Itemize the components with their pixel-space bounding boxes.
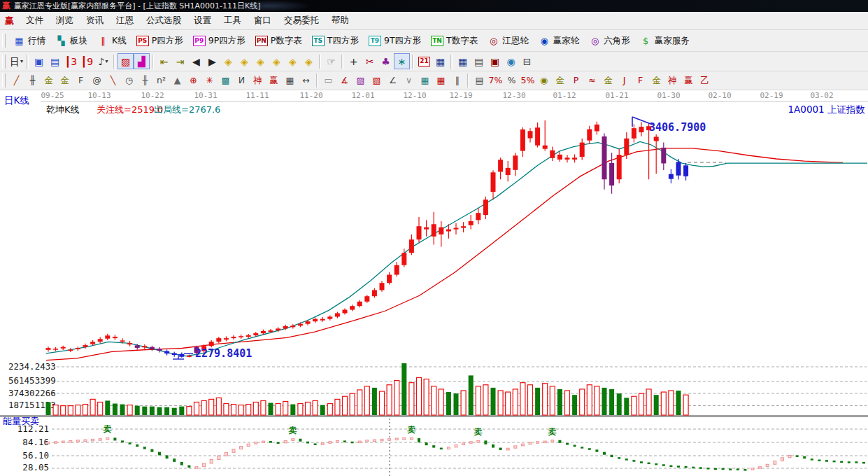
tool-t-square-button[interactable]: TST四方形 xyxy=(307,33,364,49)
tool-p-square-button[interactable]: PSP四方形 xyxy=(131,33,188,49)
period-label[interactable]: 日K线 xyxy=(4,94,29,106)
chart-3-button[interactable]: ┃3 xyxy=(63,53,79,69)
last-bar-button[interactable]: ⇥ xyxy=(172,53,188,69)
note-tool-button[interactable]: ♪▾ xyxy=(95,53,111,69)
prev-bar-button[interactable]: ◀ xyxy=(188,53,204,69)
percent-button[interactable]: % xyxy=(504,74,520,88)
info-panel-button[interactable]: ▤ xyxy=(47,53,63,69)
f-angle-button[interactable]: F xyxy=(632,74,648,88)
grid-box-button[interactable]: ▦ xyxy=(417,74,433,88)
tool-sectors-button[interactable]: ▚板块 xyxy=(50,33,92,49)
z-lines-button[interactable]: 乙 xyxy=(697,74,713,88)
compress-x-button[interactable]: ◈ xyxy=(285,53,301,69)
grid-lines-button[interactable]: ╫ xyxy=(137,74,153,88)
tool-p-number-table-button[interactable]: PNP数字表 xyxy=(250,33,307,49)
toolbar-grip[interactable] xyxy=(2,55,6,69)
red-box-fan-button[interactable]: ▧ xyxy=(369,74,385,88)
mirror-button[interactable]: ▲ xyxy=(169,74,185,88)
red-fan-button[interactable]: ∡ xyxy=(336,74,353,88)
shen-tool-button[interactable]: 神 xyxy=(250,74,266,88)
pencil-button[interactable]: ╱ xyxy=(8,74,24,88)
zoom-window-button[interactable]: ▣ xyxy=(31,53,47,69)
purple-fan-button[interactable]: ▨ xyxy=(353,74,369,88)
gold-levels-button[interactable]: 金 xyxy=(552,74,568,88)
menu-item-文件[interactable]: 文件 xyxy=(20,13,50,28)
spiral-button[interactable]: @ xyxy=(89,74,105,88)
menu-item-帮助[interactable]: 帮助 xyxy=(325,13,355,28)
tool-winner-wheel-button[interactable]: ◉赢家轮 xyxy=(534,33,585,49)
calendar-button[interactable]: 21 xyxy=(416,53,432,69)
n-square-button[interactable]: n² xyxy=(153,74,169,88)
star-web-button[interactable]: ✳ xyxy=(201,74,218,88)
menu-item-公式选股[interactable]: 公式选股 xyxy=(140,13,187,28)
drag-hand-button[interactable]: ☞ xyxy=(323,53,339,69)
notepad-button[interactable]: ▤ xyxy=(471,53,487,69)
menu-item-交易委托[interactable]: 交易委托 xyxy=(278,13,325,28)
crosshair-button[interactable]: + xyxy=(346,53,362,69)
zigzag-button[interactable]: И xyxy=(234,74,250,88)
flag-pen-button[interactable]: P xyxy=(568,74,584,88)
scroll-right-button[interactable]: ◈ xyxy=(236,53,252,69)
toolbar-grip[interactable] xyxy=(2,74,6,88)
zoom-in-x-button[interactable]: ◈ xyxy=(269,53,285,69)
j-angle-button[interactable]: J xyxy=(616,74,632,88)
period-day-dropdown-icon[interactable]: ▾ xyxy=(20,59,23,64)
toolbar-grip[interactable] xyxy=(2,34,6,48)
angle-lines-button[interactable]: ∠ xyxy=(385,74,401,88)
grid-123-button[interactable]: ▦ xyxy=(282,74,298,88)
tool-9t-square-button[interactable]: T99T四方形 xyxy=(364,33,426,49)
menu-item-浏览[interactable]: 浏览 xyxy=(50,13,80,28)
indicator-name-label[interactable]: 能量买卖 xyxy=(3,416,39,426)
gold-angle-button[interactable]: 金 xyxy=(600,74,616,88)
gold-ray-button[interactable]: 金 xyxy=(648,74,664,88)
print-button[interactable]: ⊟ xyxy=(519,53,535,69)
period-day-button[interactable]: 日▾ xyxy=(8,53,24,69)
cut-tool-button[interactable]: ✂ xyxy=(362,53,378,69)
mark-tool-button[interactable]: ♣ xyxy=(378,53,394,69)
menu-item-江恩[interactable]: 江恩 xyxy=(110,13,140,28)
parallel-lines-button[interactable]: ∥ xyxy=(449,74,465,88)
menu-item-窗口[interactable]: 窗口 xyxy=(248,13,278,28)
circle-cross-button[interactable]: ⊕ xyxy=(185,74,201,88)
tool-kline-button[interactable]: ‖K线 xyxy=(92,33,131,49)
gold-section-v-button[interactable]: 金 xyxy=(57,74,73,88)
gold-section-h-button[interactable]: 金 xyxy=(41,74,57,88)
v-lines-button[interactable]: ∨ xyxy=(401,74,417,88)
bar-width-button[interactable]: ↔ xyxy=(298,74,314,88)
tool-quotes-button[interactable]: ▦行情 xyxy=(8,33,50,49)
gann-clock-button[interactable]: ◷ xyxy=(121,74,137,88)
ying-tool-button[interactable]: 赢 xyxy=(266,74,282,88)
shen-angle-button[interactable]: 神 xyxy=(664,74,681,88)
tool-hexagon-button[interactable]: ◎六角形 xyxy=(584,33,635,49)
web-analysis-button[interactable]: ∗ xyxy=(394,53,410,69)
zoom-out-x-button[interactable]: ◈ xyxy=(252,53,269,69)
gann-grid-button[interactable]: ╫ xyxy=(24,74,41,88)
percent-7-button[interactable]: 7% xyxy=(488,74,504,88)
data-table-button[interactable]: ▦ xyxy=(455,53,471,69)
scroll-left-button[interactable]: ◈ xyxy=(220,53,236,69)
pattern-mode-button[interactable]: ▨ xyxy=(118,53,134,69)
note-tool-dropdown-icon[interactable]: ▾ xyxy=(105,59,108,64)
percent-table-button[interactable]: ▤ xyxy=(471,74,488,88)
save-button[interactable]: ▣ xyxy=(487,53,503,69)
grid-box-red-button[interactable]: ▦ xyxy=(433,74,449,88)
square-web-button[interactable]: ▩ xyxy=(218,74,234,88)
first-bar-button[interactable]: ⇤ xyxy=(156,53,172,69)
expand-x-button[interactable]: ◈ xyxy=(301,53,317,69)
next-bar-button[interactable]: ▶ xyxy=(204,53,220,69)
frame-button[interactable]: ▭ xyxy=(320,74,336,88)
calculator-button[interactable]: ▦ xyxy=(432,53,448,69)
gold-circle-button[interactable]: ◉ xyxy=(536,74,552,88)
tool-9p-square-button[interactable]: P99P四方形 xyxy=(188,33,250,49)
tool-gann-wheel-button[interactable]: ◎江恩轮 xyxy=(483,33,534,49)
ying-angle-button[interactable]: 赢 xyxy=(681,74,697,88)
menu-item-设置[interactable]: 设置 xyxy=(187,13,218,28)
volume-profile-button[interactable]: ▟ xyxy=(134,53,150,69)
chart-9-button[interactable]: ┃9 xyxy=(79,53,95,69)
tool-winner-service-button[interactable]: $赢家服务 xyxy=(635,33,695,49)
percent-5-button[interactable]: 5% xyxy=(520,74,536,88)
fibonacci-button[interactable]: F xyxy=(73,74,89,88)
menu-item-资讯[interactable]: 资讯 xyxy=(80,13,110,28)
channel-button[interactable]: ≈ xyxy=(584,74,600,88)
kline-chart[interactable]: 09-2510-1310-2210-3111-1111-2012-0112-10… xyxy=(0,90,868,476)
